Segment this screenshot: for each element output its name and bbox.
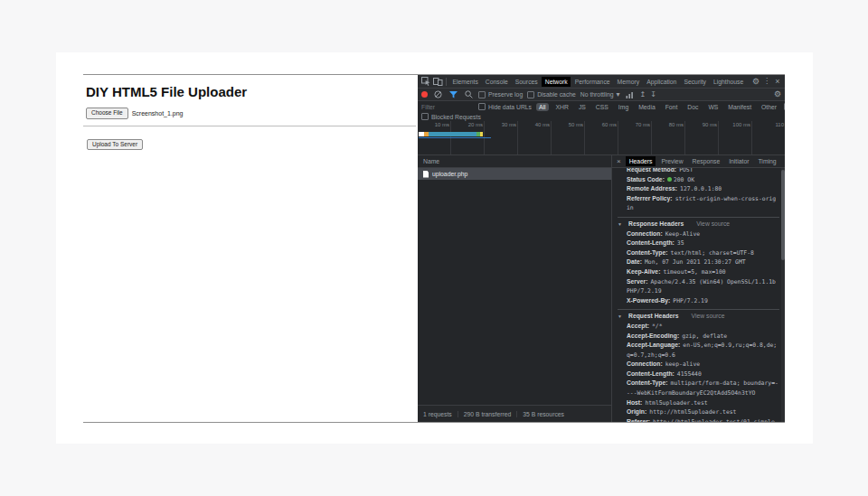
timeline-tick: 60 ms [585, 121, 618, 129]
filter-type-doc[interactable]: Doc [684, 103, 701, 111]
inspect-element-icon[interactable] [420, 76, 431, 87]
filter-type-all[interactable]: All [536, 103, 549, 111]
header-row: Accept:*/* [618, 322, 779, 332]
tab-elements[interactable]: Elements [449, 77, 481, 87]
network-conditions-icon[interactable] [625, 89, 636, 100]
collapse-caret-icon[interactable]: ▼ [618, 313, 623, 322]
search-icon[interactable] [463, 89, 474, 100]
devtools-panel: Elements Console Sources Network Perform… [418, 75, 785, 422]
filter-type-ws[interactable]: WS [705, 103, 721, 111]
hide-data-urls-control[interactable]: Hide data URLs [478, 103, 532, 110]
upload-button[interactable]: Upload To Server [87, 139, 143, 151]
waterfall-overview-bar[interactable] [419, 132, 483, 136]
filter-type-img[interactable]: Img [616, 103, 631, 111]
screenshot-canvas: DIY HTML5 File Uploader Choose File Scre… [0, 0, 868, 496]
headers-content: Request Method:POST Status Code:200 OK R… [612, 168, 785, 422]
header-row: Host:html5uploader.test [618, 398, 779, 408]
timeline-tick: 30 ms [485, 121, 518, 129]
hide-data-urls-label: Hide data URLs [488, 104, 532, 110]
hide-data-urls-checkbox[interactable] [478, 103, 486, 110]
view-source-link[interactable]: View source [692, 312, 725, 321]
preserve-log-checkbox[interactable] [478, 91, 486, 98]
filter-funnel-icon[interactable] [448, 89, 458, 100]
filter-type-xhr[interactable]: XHR [553, 103, 571, 111]
page-title: DIY HTML5 File Uploader [86, 84, 418, 99]
timeline-tick: 20 ms [451, 121, 485, 129]
filter-input[interactable]: Filter [421, 104, 474, 110]
filter-type-js[interactable]: JS [576, 103, 589, 111]
timeline-overview[interactable]: 10 ms20 ms30 ms40 ms50 ms60 ms70 ms80 ms… [418, 121, 785, 155]
export-har-icon[interactable]: ↧ [650, 91, 656, 98]
timeline-ruler: 10 ms20 ms30 ms40 ms50 ms60 ms70 ms80 ms… [418, 121, 785, 129]
timeline-tick: 80 ms [652, 121, 685, 129]
close-details-icon[interactable]: × [614, 157, 624, 165]
tab-performance[interactable]: Performance [571, 77, 613, 87]
header-row: Content-Length:4155440 [618, 370, 779, 379]
transferred-size: 290 B transferred [458, 411, 517, 417]
filter-type-manifest[interactable]: Manifest [725, 103, 754, 111]
tab-memory[interactable]: Memory [614, 77, 643, 87]
settings-gear-icon[interactable]: ⚙ [750, 76, 761, 87]
tab-application[interactable]: Application [644, 77, 680, 87]
timeline-tick: 50 ms [552, 121, 585, 129]
close-devtools-icon[interactable]: × [772, 76, 783, 87]
kebab-menu-icon[interactable]: ⋮ [761, 76, 772, 87]
divider [83, 126, 416, 126]
has-blocked-cookies-control[interactable]: Has blocked cookies [784, 103, 785, 110]
throttling-dropdown[interactable]: No throttling ▾ [580, 91, 620, 98]
details-tab-timing[interactable]: Timing [754, 156, 779, 166]
disable-cache-label: Disable cache [537, 91, 576, 98]
record-icon[interactable] [421, 91, 428, 98]
filter-type-css[interactable]: CSS [593, 103, 611, 111]
details-scrollbar[interactable] [781, 168, 785, 422]
header-row: Content-Length:35 [618, 239, 779, 248]
toolbar-separator [446, 78, 447, 86]
header-row: Date:Mon, 07 Jun 2021 21:30:27 GMT [618, 257, 779, 267]
tab-lighthouse[interactable]: Lighthouse [710, 77, 746, 87]
device-toolbar-icon[interactable] [432, 76, 443, 87]
filter-type-media[interactable]: Media [636, 103, 658, 111]
disable-cache-control[interactable]: Disable cache [527, 91, 576, 98]
clear-icon[interactable] [432, 89, 443, 100]
has-blocked-cookies-checkbox[interactable] [784, 103, 785, 110]
blocked-requests-row: Blocked Requests [418, 112, 785, 121]
view-source-link[interactable]: View source [696, 220, 730, 229]
details-tab-headers[interactable]: Headers [626, 156, 656, 166]
disable-cache-checkbox[interactable] [527, 91, 534, 98]
filter-type-font[interactable]: Font [663, 103, 681, 111]
captured-viewport: DIY HTML5 File Uploader Choose File Scre… [83, 74, 785, 423]
chevron-down-icon: ▾ [617, 91, 620, 98]
blocked-requests-checkbox[interactable] [421, 113, 429, 120]
import-har-icon[interactable]: ↥ [640, 91, 646, 98]
header-row: Referer:http://html5uploader.test/01_sim… [618, 417, 779, 422]
collapse-caret-icon[interactable]: ▼ [618, 220, 623, 229]
filter-type-other[interactable]: Other [759, 103, 779, 111]
response-headers-title: Response Headers [628, 220, 684, 229]
tab-sources[interactable]: Sources [512, 77, 541, 87]
tab-console[interactable]: Console [482, 77, 511, 87]
details-tab-initiator[interactable]: Initiator [725, 156, 752, 166]
details-tabbar: × Headers Preview Response Initiator Tim… [612, 155, 785, 168]
file-input: Choose File Screenshot_1.png [86, 108, 418, 119]
devtools-tabbar: Elements Console Sources Network Perform… [418, 75, 785, 89]
header-row: Server:Apache/2.4.35 (Win64) OpenSSL/1.1… [618, 277, 779, 296]
preserve-log-control[interactable]: Preserve log [478, 91, 523, 98]
name-column-header[interactable]: Name [418, 155, 611, 168]
request-list: Name uploader.php 1 requests 290 B trans… [418, 155, 611, 422]
request-headers-section: ▼ Request Headers View source Accep [618, 309, 779, 422]
preserve-log-label: Preserve log [488, 91, 523, 98]
scrollbar-thumb[interactable] [781, 170, 785, 260]
request-row-uploader-php[interactable]: uploader.php [418, 168, 611, 180]
details-tab-response[interactable]: Response [689, 156, 724, 166]
header-row: Request Method:POST [618, 168, 779, 175]
header-row: Remote Address:127.0.0.1:80 [618, 184, 779, 194]
details-tab-preview[interactable]: Preview [657, 156, 686, 166]
network-settings-gear-icon[interactable]: ⚙ [774, 90, 781, 98]
header-row: Accept-Encoding:gzip, deflate [618, 332, 779, 342]
timeline-tick: 100 ms [719, 121, 752, 129]
tab-security[interactable]: Security [681, 77, 710, 87]
status-ok-dot [667, 177, 672, 182]
choose-file-button[interactable]: Choose File [86, 108, 128, 119]
resources-size: 35 B resources [516, 411, 570, 417]
tab-network[interactable]: Network [542, 77, 571, 87]
